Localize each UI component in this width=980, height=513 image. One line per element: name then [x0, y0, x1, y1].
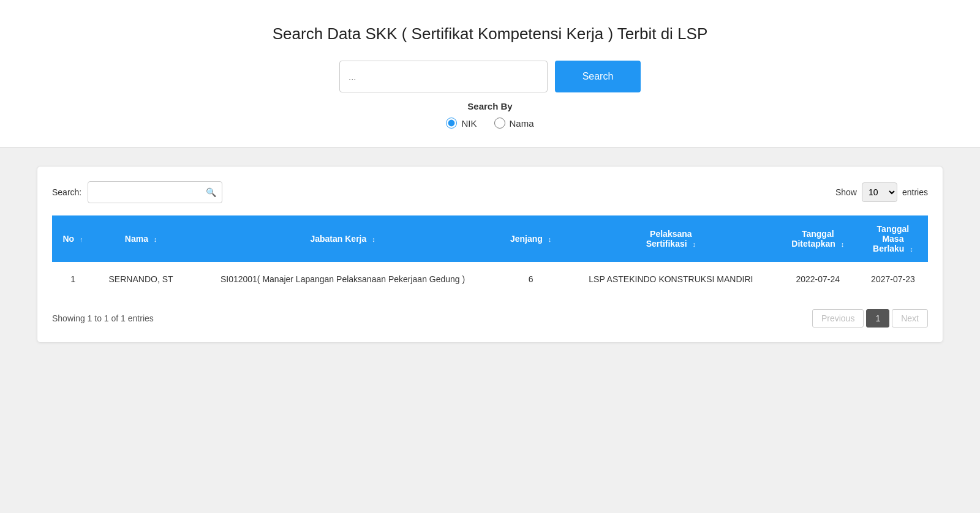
- table-container: Search: 🔍 Show 10 25 50 100 entries: [37, 166, 943, 343]
- top-section: Search Data SKK ( Sertifikat Kompetensi …: [0, 0, 980, 148]
- table-search-input[interactable]: [88, 181, 222, 203]
- cell-nama: SERNANDO, ST: [94, 262, 188, 297]
- table-search-label: Search:: [52, 187, 81, 197]
- col-jenjang[interactable]: Jenjang ↕: [497, 215, 564, 262]
- cell-tanggal-ditetapkan: 2022-07-24: [778, 262, 858, 297]
- page-1-button[interactable]: 1: [866, 309, 889, 328]
- radio-group: NIK Nama: [12, 118, 968, 129]
- sort-icon-jenjang: ↕: [548, 236, 552, 243]
- col-no[interactable]: No ↑: [52, 215, 94, 262]
- table-header-row: No ↑ Nama ↕ Jabatan Kerja ↕ Jenjang ↕: [52, 215, 928, 262]
- radio-option-nama[interactable]: Nama: [494, 118, 534, 129]
- table-row: 1 SERNANDO, ST SI012001( Manajer Lapanga…: [52, 262, 928, 297]
- previous-button[interactable]: Previous: [812, 309, 864, 328]
- main-search-input[interactable]: [339, 61, 548, 92]
- show-label: Show: [835, 187, 857, 197]
- show-entries-group: Show 10 25 50 100 entries: [835, 182, 928, 202]
- main-search-wrapper: [339, 61, 548, 92]
- pagination-controls: Previous 1 Next: [812, 309, 928, 328]
- table-search-group: Search: 🔍: [52, 181, 222, 203]
- entries-label: entries: [902, 187, 928, 197]
- sort-icon-no: ↑: [80, 236, 83, 243]
- sort-icon-tanggal-ditetapkan: ↕: [841, 241, 845, 248]
- cell-jabatan: SI012001( Manajer Lapangan Pelaksanaan P…: [188, 262, 497, 297]
- search-button[interactable]: Search: [555, 61, 641, 92]
- sort-icon-tanggal-masa: ↕: [910, 245, 913, 253]
- cell-pelaksana: LSP ASTEKINDO KONSTRUKSI MANDIRI: [564, 262, 778, 297]
- entries-select[interactable]: 10 25 50 100: [862, 182, 897, 202]
- cell-no: 1: [52, 262, 94, 297]
- col-tanggal-masa-berlaku[interactable]: TanggalMasaBerlaku ↕: [858, 215, 928, 262]
- search-by-label: Search By: [12, 101, 968, 111]
- search-row: Search: [12, 61, 968, 92]
- col-tanggal-ditetapkan[interactable]: TanggalDitetapkan ↕: [778, 215, 858, 262]
- sort-icon-jabatan: ↕: [372, 236, 375, 243]
- page-title: Search Data SKK ( Sertifikat Kompetensi …: [12, 24, 968, 43]
- pagination-row: Showing 1 to 1 of 1 entries Previous 1 N…: [52, 309, 928, 328]
- radio-nik[interactable]: [446, 118, 457, 129]
- col-pelaksana[interactable]: PelaksanaSertifikasi ↕: [564, 215, 778, 262]
- cell-tanggal-masa-berlaku: 2027-07-23: [858, 262, 928, 297]
- sort-icon-nama: ↕: [154, 236, 157, 243]
- radio-nama-label: Nama: [510, 118, 534, 129]
- main-section: Search: 🔍 Show 10 25 50 100 entries: [0, 148, 980, 361]
- col-nama[interactable]: Nama ↕: [94, 215, 188, 262]
- table-search-wrapper: 🔍: [88, 181, 222, 203]
- sort-icon-pelaksana: ↕: [693, 241, 696, 248]
- table-controls: Search: 🔍 Show 10 25 50 100 entries: [52, 181, 928, 203]
- cell-jenjang: 6: [497, 262, 564, 297]
- col-jabatan-kerja[interactable]: Jabatan Kerja ↕: [188, 215, 497, 262]
- next-button[interactable]: Next: [892, 309, 928, 328]
- data-table: No ↑ Nama ↕ Jabatan Kerja ↕ Jenjang ↕: [52, 215, 928, 297]
- radio-nama[interactable]: [494, 118, 505, 129]
- radio-option-nik[interactable]: NIK: [446, 118, 477, 129]
- showing-text: Showing 1 to 1 of 1 entries: [52, 313, 154, 323]
- radio-nik-label: NIK: [461, 118, 477, 129]
